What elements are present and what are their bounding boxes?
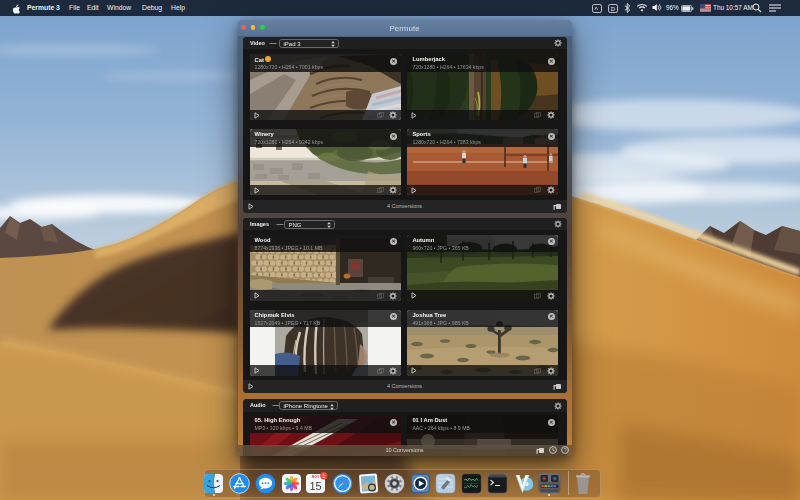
svg-text:?: ? [563, 447, 566, 453]
svg-text:D: D [611, 5, 616, 11]
svg-text:1: 1 [323, 472, 326, 478]
svg-text:15: 15 [310, 479, 322, 491]
